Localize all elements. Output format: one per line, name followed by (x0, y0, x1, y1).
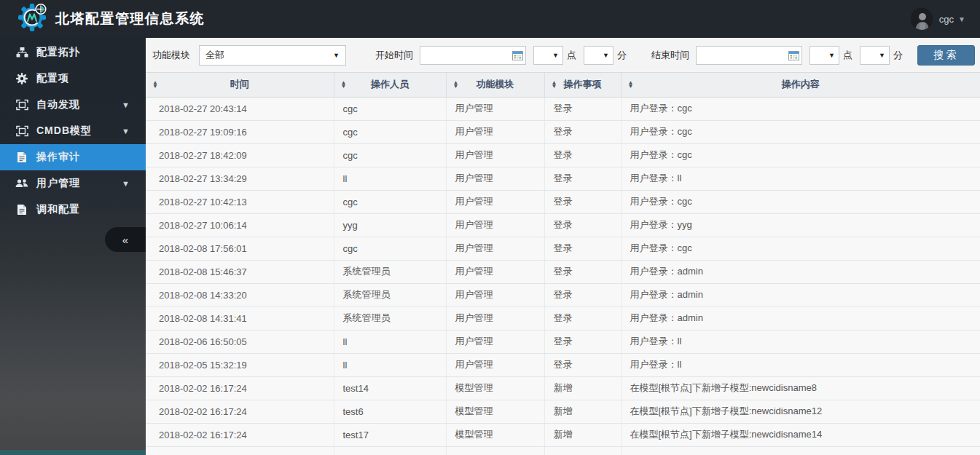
table-row[interactable]: 2018-02-08 17:56:01cgc用户管理登录用户登录：cgc (146, 237, 980, 260)
app-logo-icon (16, 2, 48, 36)
start-minute-select[interactable]: ▼ (584, 46, 614, 65)
table-row[interactable]: 2018-02-06 16:50:05ll用户管理登录用户登录：ll (146, 330, 980, 353)
sort-icon[interactable]: ▲▼ (341, 81, 347, 88)
cell: 登录 (544, 330, 621, 353)
table-row[interactable]: 2018-02-27 10:42:13cgc用户管理登录用户登录：cgc (146, 190, 980, 213)
chevron-down-icon: ▼ (122, 179, 130, 188)
table-row[interactable]: 2018-02-08 15:46:37系统管理员用户管理登录用户登录：admin (146, 260, 980, 283)
start-time-label: 开始时间 (375, 49, 413, 62)
cell: 用户管理 (446, 190, 544, 213)
column-header-0[interactable]: ▲▼时间 (146, 73, 334, 97)
user-menu[interactable]: cgc ▼ (911, 8, 965, 30)
minute-unit-label: 分 (893, 49, 903, 62)
sidebar-item-cmdb[interactable]: CMDB模型▼ (0, 118, 146, 144)
cell: 用户登录：cgc (621, 120, 980, 143)
table-row[interactable]: 2018-02-27 10:06:14yyg用户管理登录用户登录：yyg (146, 213, 980, 237)
column-label: 操作人员 (371, 79, 409, 90)
cell: 登录 (544, 143, 621, 167)
table-row[interactable]: 2018-02-27 20:43:14cgc用户管理登录用户登录：cgc (146, 97, 980, 120)
cell: 用户管理 (446, 237, 544, 260)
cell: 系统管理员 (334, 306, 446, 330)
sidebar-item-label: 配置拓扑 (36, 46, 80, 59)
hour-unit-label: 点 (843, 49, 852, 62)
cell: 2018-02-02 16:17:24 (146, 376, 334, 400)
start-hour-select[interactable]: ▼ (533, 46, 563, 65)
sidebar-item-reconcile[interactable]: 调和配置 (0, 197, 146, 223)
cell: 2018-02-05 15:32:19 (146, 353, 334, 376)
cell: 用户登录：admin (621, 283, 980, 306)
gear-icon (15, 72, 28, 85)
table-row[interactable]: 2018-02-08 14:31:41系统管理员用户管理登录用户登录：admin (146, 306, 980, 330)
end-minute-select[interactable]: ▼ (860, 46, 890, 65)
sort-icon[interactable]: ▲▼ (453, 81, 459, 88)
table-row[interactable]: 2018-02-27 13:34:29ll用户管理登录用户登录：ll (146, 167, 980, 190)
cell: 用户登录：cgc (621, 143, 980, 167)
cell: cgc (334, 97, 446, 120)
sort-icon[interactable]: ▲▼ (552, 81, 557, 88)
sitemap-icon (15, 46, 28, 59)
cell: test14 (334, 376, 446, 400)
cell: yyg (334, 213, 446, 237)
column-header-2[interactable]: ▲▼功能模块 (446, 73, 544, 97)
cell: 用户管理 (446, 330, 544, 353)
table-row[interactable]: 2018-02-05 15:32:19ll用户管理登录用户登录：ll (146, 353, 980, 376)
column-header-1[interactable]: ▲▼操作人员 (334, 73, 446, 97)
cell: 登录 (544, 283, 621, 306)
cell: 模型管理 (446, 400, 544, 423)
cell: cgc (334, 143, 446, 167)
table-row[interactable]: 2018-02-02 16:17:24test17模型管理新增在模型[根节点]下… (146, 423, 980, 446)
table-row[interactable]: 2018-02-02 16:17:24test14模型管理新增在模型[根节点]下… (146, 376, 980, 400)
table-row[interactable]: 2018-02-27 18:42:09cgc用户管理登录用户登录：cgc (146, 143, 980, 167)
sidebar-item-ci[interactable]: 配置项 (0, 66, 146, 92)
cell: 2018-02-08 17:56:01 (146, 237, 334, 260)
column-header-4[interactable]: ▲▼操作内容 (621, 73, 980, 97)
search-button[interactable]: 搜索 (917, 45, 975, 66)
cell: 2018-02-08 14:31:41 (146, 306, 334, 330)
end-time-input[interactable] (697, 47, 785, 63)
sidebar-item-label: 自动发现 (36, 98, 80, 111)
user-name: cgc (939, 14, 954, 25)
cell: test6 (334, 400, 446, 423)
cell: 登录 (544, 306, 621, 330)
scan-icon (15, 98, 28, 111)
sidebar-item-discovery[interactable]: 自动发现▼ (0, 92, 146, 118)
cell: 2018-02-08 15:46:37 (146, 260, 334, 283)
calendar-icon[interactable] (509, 47, 525, 64)
avatar[interactable] (911, 8, 933, 30)
cell: 2018-02-27 10:06:14 (146, 213, 334, 237)
table-row[interactable]: 2018-02-27 19:09:16cgc用户管理登录用户登录：cgc (146, 120, 980, 143)
sort-icon[interactable]: ▲▼ (152, 81, 158, 88)
sidebar-collapse-button[interactable]: « (105, 227, 146, 252)
end-hour-select[interactable]: ▼ (810, 46, 839, 65)
cell: cgc (334, 120, 446, 143)
start-time-input[interactable] (420, 47, 509, 63)
cell (334, 446, 446, 455)
cell: ll (334, 167, 446, 190)
table-row[interactable]: 2018-02-02 16:17:24test6模型管理新增在模型[根节点]下新… (146, 400, 980, 423)
cell: 用户登录：ll (621, 353, 980, 376)
sidebar-item-topology[interactable]: 配置拓扑 (0, 39, 146, 66)
cell: 用户登录：cgc (621, 97, 980, 120)
sort-icon[interactable]: ▲▼ (628, 81, 634, 88)
cell: 模型管理 (446, 423, 544, 446)
sidebar-item-users[interactable]: 用户管理▼ (0, 170, 146, 197)
cell: 用户登录：ll (621, 167, 980, 190)
module-select[interactable]: 全部 ▼ (199, 45, 346, 66)
cell: 系统管理员 (334, 260, 446, 283)
cell: 用户管理 (446, 97, 544, 120)
main-content: 功能模块 全部 ▼ 开始时间 ▼ (146, 38, 980, 455)
column-header-3[interactable]: ▲▼操作事项 (544, 73, 621, 97)
cell: 2018-02-02 16:17:24 (146, 400, 334, 423)
chevron-down-icon: ▼ (122, 100, 130, 109)
cell: 登录 (544, 353, 621, 376)
chevron-down-icon: ▼ (552, 52, 559, 59)
cell: 在模型[根节点]下新增子模型:newcidisname12 (621, 400, 980, 423)
chevron-down-icon: ▼ (958, 15, 965, 23)
chevron-down-icon: ▼ (333, 52, 340, 59)
sidebar-item-audit[interactable]: 操作审计 (0, 144, 146, 170)
cell: ll (334, 330, 446, 353)
table-row[interactable]: 2018-02-08 14:33:20系统管理员用户管理登录用户登录：admin (146, 283, 980, 306)
calendar-icon[interactable] (785, 47, 801, 64)
column-label: 时间 (230, 79, 249, 90)
cell: 用户管理 (446, 353, 544, 376)
